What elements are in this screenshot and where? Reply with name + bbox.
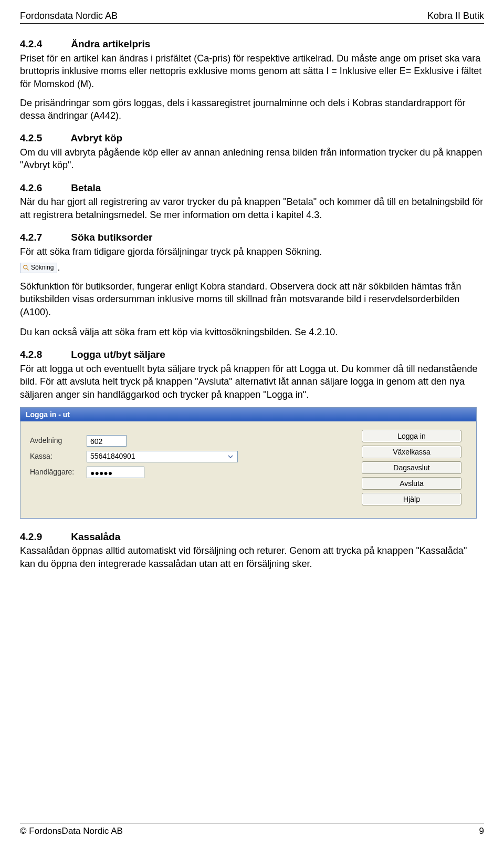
section-4-2-7-heading: 4.2.7 Söka butiksorder: [20, 231, 484, 244]
handlaggare-label: Handläggare:: [30, 467, 87, 477]
section-title: Ändra artikelpris: [71, 38, 150, 49]
section-4-2-9-p1: Kassalådan öppnas alltid automatiskt vid…: [20, 544, 484, 570]
search-button[interactable]: Sökning: [20, 263, 57, 273]
avdelning-label: Avdelning: [30, 436, 87, 446]
footer-copyright: © FordonsData Nordic AB: [20, 825, 123, 838]
section-4-2-5-p1: Om du vill avbryta pågående köp eller av…: [20, 146, 484, 172]
svg-line-1: [27, 268, 29, 271]
section-title: Betala: [71, 182, 101, 193]
kassa-select[interactable]: 55641840901: [87, 451, 238, 462]
section-4-2-4-p2: De prisändringar som görs loggas, dels i…: [20, 97, 484, 122]
svg-point-0: [24, 265, 27, 269]
kassa-value: 55641840901: [90, 451, 135, 461]
avdelning-field[interactable]: 602: [87, 435, 127, 447]
avsluta-button[interactable]: Avsluta: [362, 477, 461, 490]
hjalp-button[interactable]: Hjälp: [362, 493, 461, 505]
dagsavslut-button[interactable]: Dagsavslut: [362, 461, 461, 474]
login-dialog: Logga in - ut Avdelning 602 Kassa: 55641…: [20, 407, 477, 519]
chevron-down-icon: [227, 453, 234, 460]
search-button-row: Sökning .: [20, 261, 484, 274]
kassa-row: Kassa: 55641840901: [30, 451, 362, 462]
section-number: 4.2.8: [20, 348, 68, 361]
search-button-label: Sökning: [31, 264, 54, 271]
section-4-2-5-heading: 4.2.5 Avbryt köp: [20, 131, 484, 145]
section-4-2-6-p1: När du har gjort all registrering av var…: [20, 195, 484, 221]
section-4-2-7-p1: För att söka fram tidigare gjorda försäl…: [20, 245, 484, 258]
section-4-2-7-p3: Du kan också välja att söka fram ett köp…: [20, 326, 484, 338]
section-title: Söka butiksorder: [71, 232, 152, 243]
page-footer: © FordonsData Nordic AB 9: [20, 823, 484, 838]
footer-page-number: 9: [479, 825, 484, 838]
section-number: 4.2.7: [20, 231, 68, 244]
handlaggare-field[interactable]: ●●●●●: [87, 467, 144, 478]
section-4-2-4-heading: 4.2.4 Ändra artikelpris: [20, 37, 484, 51]
section-4-2-7-p2: Sökfunktion för butiksorder, fungerar en…: [20, 280, 484, 318]
header-right: Kobra II Butik: [427, 9, 484, 22]
header-left: Fordonsdata Nordic AB: [20, 9, 118, 22]
magnifier-icon: [23, 264, 30, 272]
login-button[interactable]: Logga in: [362, 430, 461, 442]
login-dialog-titlebar: Logga in - ut: [20, 408, 476, 421]
section-4-2-8-heading: 4.2.8 Logga ut/byt säljare: [20, 348, 484, 361]
section-4-2-9-heading: 4.2.9 Kassalåda: [20, 530, 484, 544]
section-number: 4.2.6: [20, 181, 68, 195]
page-header: Fordonsdata Nordic AB Kobra II Butik: [20, 9, 484, 24]
handlaggare-row: Handläggare: ●●●●●: [30, 467, 362, 478]
section-number: 4.2.4: [20, 37, 68, 51]
section-4-2-8-p1: För att logga ut och eventuellt byta säl…: [20, 363, 484, 401]
section-number: 4.2.9: [20, 530, 68, 544]
kassa-label: Kassa:: [30, 451, 87, 461]
avdelning-row: Avdelning 602: [30, 435, 362, 447]
section-title: Avbryt köp: [71, 132, 123, 143]
section-title: Logga ut/byt säljare: [71, 349, 165, 360]
section-title: Kassalåda: [71, 531, 120, 542]
section-number: 4.2.5: [20, 131, 68, 145]
section-4-2-4-p1: Priset för en artikel kan ändras i prisf…: [20, 52, 484, 90]
section-4-2-6-heading: 4.2.6 Betala: [20, 181, 484, 195]
vaxelkassa-button[interactable]: Växelkassa: [362, 446, 461, 458]
